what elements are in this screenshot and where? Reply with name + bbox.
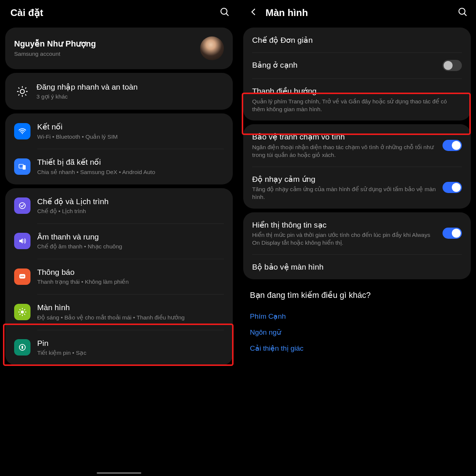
page-title: Màn hình	[266, 7, 457, 19]
svg-rect-29	[22, 346, 23, 349]
item-battery[interactable]: Pin Tiết kiệm pin • Sạc	[5, 330, 233, 365]
item-notifications[interactable]: Thông báo Thanh trạng thái • Không làm p…	[5, 259, 233, 294]
toggle-touch-sensitivity[interactable]	[443, 182, 462, 193]
avatar[interactable]	[200, 36, 224, 60]
link-language[interactable]: Ngôn ngữ	[250, 324, 464, 340]
toggle-edge-panels[interactable]	[443, 60, 462, 71]
battery-icon	[14, 339, 30, 356]
display-header: Màn hình	[241, 0, 473, 24]
svg-line-26	[20, 314, 20, 315]
account-card[interactable]: Nguyễn Như Phượng Samsung account	[5, 28, 233, 69]
notifications-icon	[14, 268, 30, 285]
svg-line-27	[25, 309, 25, 310]
devices-icon	[14, 158, 30, 175]
svg-line-8	[25, 94, 26, 95]
toggle-accidental-touch[interactable]	[443, 140, 462, 151]
svg-line-9	[18, 94, 19, 95]
tip-title: Đăng nhập nhanh và an toàn	[36, 82, 224, 92]
svg-line-10	[25, 87, 26, 89]
lightbulb-icon	[14, 83, 30, 100]
svg-point-18	[23, 276, 24, 277]
link-side-key[interactable]: Phím Cạnh	[250, 308, 464, 324]
svg-point-30	[459, 8, 465, 14]
item-screen-saver[interactable]: Bộ bảo vệ màn hình	[243, 254, 471, 279]
item-easy-mode[interactable]: Chế độ Đơn giản	[243, 28, 471, 52]
connections-group: Kết nối Wi-Fi • Bluetooth • Quản lý SIM …	[5, 113, 233, 184]
svg-line-1	[226, 14, 229, 16]
display-group-2: Bảo vệ tránh chạm vô tình Ngăn điện thoạ…	[243, 124, 471, 208]
svg-point-19	[21, 311, 24, 313]
svg-point-16	[20, 276, 22, 277]
display-group-3: Hiển thị thông tin sạc Hiển thị mức pin …	[243, 212, 471, 279]
back-icon[interactable]	[248, 7, 259, 19]
wifi-icon	[14, 123, 30, 139]
tip-sub: 3 gợi ý khác	[36, 93, 224, 101]
page-title: Cài đặt	[10, 7, 219, 19]
svg-point-2	[20, 89, 24, 93]
svg-rect-13	[23, 165, 26, 170]
prefs-group: Chế độ và Lịch trình Chế độ • Lịch trình…	[5, 188, 233, 365]
account-name: Nguyễn Như Phượng	[14, 39, 200, 49]
sound-icon	[14, 233, 30, 249]
item-accidental-touch[interactable]: Bảo vệ tránh chạm vô tình Ngăn điện thoạ…	[243, 124, 471, 166]
item-touch-sensitivity[interactable]: Độ nhạy cảm ứng Tăng độ nhạy cảm ứng của…	[243, 167, 471, 209]
toggle-charging-info[interactable]	[443, 228, 462, 239]
home-indicator[interactable]	[97, 472, 141, 474]
account-sub: Samsung account	[14, 50, 200, 58]
svg-point-14	[19, 203, 25, 209]
item-display[interactable]: Màn hình Độ sáng • Bảo vệ cho mắt thoải …	[5, 294, 233, 329]
settings-header: Cài đặt	[3, 0, 235, 24]
display-group-1: Chế độ Đơn giản Bảng ở cạnh Thanh điều h…	[243, 28, 471, 120]
item-charging-info[interactable]: Hiển thị thông tin sạc Hiển thị mức pin …	[243, 212, 471, 254]
brightness-icon	[14, 304, 30, 320]
item-modes[interactable]: Chế độ và Lịch trình Chế độ • Lịch trình	[5, 188, 233, 223]
svg-line-7	[18, 87, 19, 89]
search-icon[interactable]	[457, 7, 468, 19]
item-navigation-bar[interactable]: Thanh điều hướng Quản lý phím Trang chín…	[243, 78, 471, 120]
more-heading: Bạn đang tìm kiếm điều gì khác?	[250, 290, 464, 300]
item-connected-devices[interactable]: Thiết bị đã kết nối Chia sẻ nhanh • Sams…	[5, 149, 233, 184]
item-edge-panels[interactable]: Bảng ở cạnh	[243, 52, 471, 78]
svg-point-17	[22, 276, 23, 277]
svg-line-25	[25, 314, 25, 315]
item-sound[interactable]: Âm thanh và rung Chế độ âm thanh • Nhạc …	[5, 223, 233, 259]
tips-card[interactable]: Đăng nhập nhanh và an toàn 3 gợi ý khác	[5, 73, 233, 110]
search-icon[interactable]	[219, 7, 230, 19]
svg-line-24	[20, 309, 20, 310]
link-vision-improve[interactable]: Cải thiện thị giác	[250, 340, 464, 356]
item-connections[interactable]: Kết nối Wi-Fi • Bluetooth • Quản lý SIM	[5, 113, 233, 149]
svg-line-31	[464, 14, 467, 16]
looking-for-something: Bạn đang tìm kiếm điều gì khác? Phím Cạn…	[241, 290, 473, 371]
modes-icon	[14, 197, 30, 214]
svg-point-11	[22, 133, 23, 134]
svg-point-0	[221, 8, 227, 14]
